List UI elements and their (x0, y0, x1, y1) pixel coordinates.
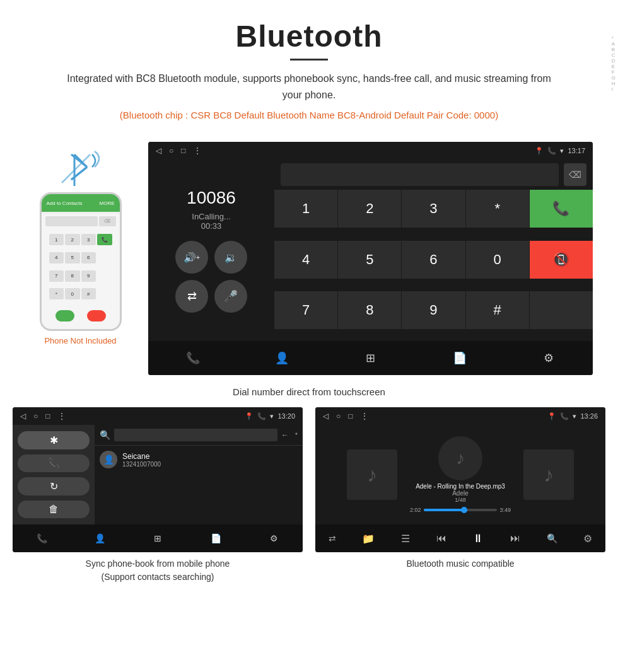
key-9[interactable]: 9 (402, 291, 465, 329)
phone-tab-icon[interactable]: 📞 (180, 345, 206, 371)
dial-number: 10086 (187, 188, 236, 208)
contact-name: Seicane (122, 452, 161, 461)
key-8[interactable]: 8 (338, 291, 401, 329)
contacts-sidebar: ✱ 📞 ↻ 🗑 (13, 425, 95, 524)
key-hash[interactable]: # (466, 291, 529, 329)
contacts-tab-2[interactable]: 👤 (87, 526, 112, 551)
progress-fill (424, 509, 464, 511)
play-pause-icon[interactable]: ⏸ (472, 532, 484, 545)
wifi-icon-2: ▾ (270, 412, 274, 420)
menu-icon-3: ⋮ (361, 412, 368, 420)
key-5[interactable]: 5 (338, 241, 401, 279)
search-music-icon[interactable]: 🔍 (547, 533, 557, 543)
contacts-search-bar: 🔍 ← * (95, 425, 303, 446)
dialpad-tab-2[interactable]: ⊞ (145, 526, 170, 551)
android-bottom-bar: 📞 👤 ⊞ 📄 ⚙ (148, 341, 593, 375)
page-header: Bluetooth Integrated with BC8 Bluetooth … (0, 0, 618, 129)
backspace-button[interactable]: ⌫ (564, 163, 586, 186)
call-button[interactable]: 📞 (530, 190, 593, 228)
page-description: Integrated with BC8 Bluetooth module, su… (63, 71, 555, 103)
contacts-list: 🔍 ← * 👤 Seicane 13241007000 (95, 425, 303, 524)
switch-button[interactable]: ⇄ (175, 280, 208, 313)
recents-icon: □ (181, 146, 185, 155)
key-3[interactable]: 3 (402, 190, 465, 228)
phone-sidebar-btn[interactable]: 📞 (18, 455, 90, 473)
album-art-right: ♪ (523, 449, 574, 500)
contacts-caption: Sync phone-book from mobile phone (Suppo… (79, 552, 236, 584)
phone-top-bar: Add to Contacts MORE (42, 194, 120, 212)
dial-screen-caption: Dial number direct from touchscreen (0, 381, 618, 407)
contact-item[interactable]: 👤 Seicane 13241007000 (95, 446, 303, 473)
dial-input-row: ⌫ (274, 159, 593, 190)
contacts-tab-icon[interactable]: 👤 (269, 345, 294, 371)
search-input[interactable] (114, 429, 277, 441)
music-progress-bar[interactable] (424, 509, 498, 511)
album-art-left: ♪ (347, 449, 397, 500)
music-main-area: ♪ ♪ Adele - Rolling In the Deep.mp3 Adel… (315, 425, 605, 524)
menu-icon: ⋮ (194, 146, 201, 155)
settings-tab-2[interactable]: ⚙ (261, 526, 286, 551)
phone-graphic: Add to Contacts MORE ⌫ 123 📞 456 789 (25, 142, 136, 345)
sync-sidebar-btn[interactable]: ↻ (18, 477, 90, 495)
contact-avatar: 👤 (100, 451, 117, 468)
key-star[interactable]: * (466, 190, 529, 228)
track-info: 1/48 (455, 497, 466, 503)
menu-icon-2: ⋮ (58, 412, 66, 420)
folder-icon[interactable]: 📁 (362, 533, 375, 545)
time-display: 13:17 (568, 147, 585, 154)
contact-info: Seicane 13241007000 (122, 452, 161, 468)
call-icon-2: 📞 (257, 412, 266, 420)
volume-up-button[interactable]: 🔊+ (175, 241, 208, 274)
music-note-icon-center: ♪ (456, 448, 465, 468)
dialpad-tab-icon[interactable]: ⊞ (358, 345, 383, 371)
bluetooth-sidebar-btn[interactable]: ✱ (18, 431, 90, 449)
wifi-icon-3: ▾ (573, 412, 576, 420)
music-time-current: 2:02 (410, 507, 421, 513)
star-label: * (295, 432, 298, 439)
settings-tab-icon[interactable]: ⚙ (536, 345, 561, 371)
phone-tab-2[interactable]: 📞 (29, 526, 54, 551)
contacts-caption-line2: (Support contacts searching) (102, 572, 214, 582)
home-icon: ○ (169, 146, 173, 155)
contacts-screen: ◁ ○ □ ⋮ 📍 📞 ▾ 13:20 ✱ 📞 ↻ (13, 407, 303, 552)
dial-right-panel: ⌫ 1 2 3 * 📞 4 5 6 0 📵 7 8 9 # (274, 159, 593, 341)
call-icon: 📞 (547, 147, 556, 155)
arrow-icon: ← (281, 431, 289, 439)
key-2[interactable]: 2 (338, 190, 401, 228)
music-screen: ◁ ○ □ ⋮ 📍 📞 ▾ 13:26 ♪ (315, 407, 605, 552)
mute-button[interactable]: 🎤 (214, 280, 247, 313)
dial-input-field[interactable] (281, 163, 559, 186)
contacts-status-bar: ◁ ○ □ ⋮ 📍 📞 ▾ 13:20 (13, 407, 303, 425)
shuffle-icon[interactable]: ⇄ (329, 533, 336, 543)
title-divider (290, 59, 328, 61)
music-time-total: 3:49 (499, 507, 511, 513)
music-status-bar: ◁ ○ □ ⋮ 📍 📞 ▾ 13:26 (315, 407, 605, 425)
messages-tab-icon[interactable]: 📄 (447, 345, 472, 371)
playlist-icon[interactable]: ☰ (401, 533, 410, 545)
call-icon-3: 📞 (560, 412, 569, 420)
delete-sidebar-btn[interactable]: 🗑 (18, 501, 90, 519)
next-icon[interactable]: ⏭ (510, 533, 520, 544)
bottom-screenshots: ◁ ○ □ ⋮ 📍 📞 ▾ 13:20 ✱ 📞 ↻ (0, 407, 618, 596)
volume-down-button[interactable]: 🔉 (214, 241, 247, 274)
key-4[interactable]: 4 (274, 241, 337, 279)
dial-section: Add to Contacts MORE ⌫ 123 📞 456 789 (0, 129, 618, 381)
contacts-content: ✱ 📞 ↻ 🗑 🔍 ← * 👤 Se (13, 425, 303, 524)
location-icon: 📍 (535, 147, 544, 155)
end-call-button[interactable]: 📵 (530, 241, 593, 279)
contacts-caption-line1: Sync phone-book from mobile phone (86, 559, 230, 569)
key-6[interactable]: 6 (402, 241, 465, 279)
prev-icon[interactable]: ⏮ (436, 533, 446, 544)
equalizer-icon[interactable]: ⚙ (583, 533, 592, 545)
key-0[interactable]: 0 (466, 241, 529, 279)
bluetooth-wave (55, 148, 106, 192)
key-7[interactable]: 7 (274, 291, 337, 329)
phone-keypad: 123 📞 456 789 *0# (45, 229, 116, 308)
numpad: 1 2 3 * 📞 4 5 6 0 📵 7 8 9 # (274, 190, 593, 341)
key-1[interactable]: 1 (274, 190, 337, 228)
album-art-center: ♪ (438, 436, 482, 480)
messages-tab-2[interactable]: 📄 (203, 526, 228, 551)
music-note-icon-right: ♪ (544, 463, 554, 487)
music-artist: Adele (452, 490, 469, 497)
contact-number: 13241007000 (122, 461, 161, 468)
